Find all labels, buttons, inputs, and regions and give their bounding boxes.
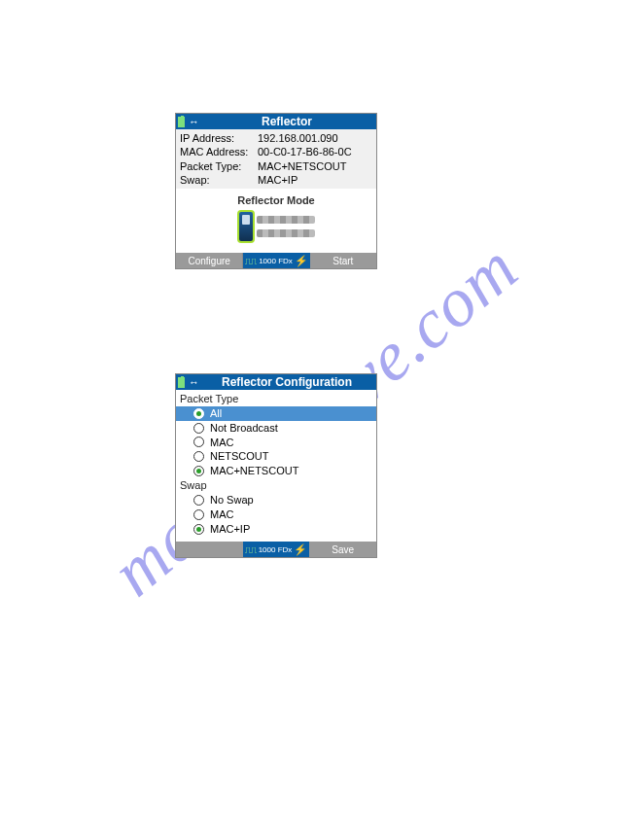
reflector-config-screen: ↔ Reflector Configuration Packet Type Al… xyxy=(175,373,377,558)
radio-icon xyxy=(193,466,204,476)
mode-title: Reflector Mode xyxy=(176,194,376,206)
mac-value: 00-C0-17-B6-86-0C xyxy=(258,145,372,158)
option-mac[interactable]: MAC xyxy=(180,436,372,450)
option-no-swap[interactable]: No Swap xyxy=(180,493,372,508)
swap-group-label: Swap xyxy=(180,478,372,493)
titlebar: ↔ Reflector xyxy=(176,114,376,129)
swap-label: Swap: xyxy=(180,173,258,187)
option-swap-mac[interactable]: MAC xyxy=(180,508,372,522)
option-label: No Swap xyxy=(210,493,254,508)
packet-type-group-label: Packet Type xyxy=(180,392,372,406)
blank-button-left xyxy=(176,542,243,557)
packet-type-label: Packet Type: xyxy=(180,159,258,173)
config-body: Packet Type All Not Broadcast MAC NETSCO… xyxy=(176,390,376,542)
option-label: NETSCOUT xyxy=(210,449,269,464)
bolt-icon: ⚡ xyxy=(295,255,308,267)
option-label: MAC xyxy=(210,436,233,450)
option-label: MAC+IP xyxy=(210,522,250,537)
device-icon xyxy=(237,210,255,243)
radio-icon xyxy=(193,509,204,520)
link-status: ⎍⎍ 1000 FDx ⚡ xyxy=(243,542,310,557)
usb-icon: ↔ xyxy=(189,117,199,127)
option-mac-netscout[interactable]: MAC+NETSCOUT xyxy=(180,464,372,478)
ip-label: IP Address: xyxy=(180,131,258,145)
info-block: IP Address: 192.168.001.090 MAC Address:… xyxy=(176,129,376,189)
radio-icon xyxy=(193,408,204,419)
save-button[interactable]: Save xyxy=(309,542,376,557)
bottom-toolbar: Configure ⎍⎍ 1000 FDx ⚡ Start xyxy=(176,253,376,268)
signal-icon: ⎍⎍ xyxy=(245,256,257,266)
option-all[interactable]: All xyxy=(176,406,376,421)
mac-label: MAC Address: xyxy=(180,145,258,158)
link-status: ⎍⎍ 1000 FDx ⚡ xyxy=(243,253,309,268)
swap-value: MAC+IP xyxy=(258,173,372,187)
option-not-broadcast[interactable]: Not Broadcast xyxy=(180,421,372,436)
option-label: MAC xyxy=(210,508,233,522)
radio-icon xyxy=(193,495,204,506)
bolt-icon: ⚡ xyxy=(294,543,307,556)
reflector-screen: ↔ Reflector IP Address: 192.168.001.090 … xyxy=(175,113,377,269)
usb-icon: ↔ xyxy=(189,377,199,388)
signal-icon: ⎍⎍ xyxy=(245,544,257,555)
mode-area: Reflector Mode xyxy=(176,189,376,253)
option-swap-mac-ip[interactable]: MAC+IP xyxy=(180,522,372,537)
battery-icon xyxy=(178,377,185,388)
packet-type-value: MAC+NETSCOUT xyxy=(258,159,372,173)
option-label: MAC+NETSCOUT xyxy=(210,464,298,478)
radio-icon xyxy=(193,437,204,447)
data-flow-arrows xyxy=(257,216,315,237)
device-graphic xyxy=(176,210,376,243)
battery-icon xyxy=(178,117,185,127)
configure-button[interactable]: Configure xyxy=(176,253,243,268)
ip-value: 192.168.001.090 xyxy=(258,131,372,145)
titlebar: ↔ Reflector Configuration xyxy=(176,374,376,390)
bottom-toolbar: ⎍⎍ 1000 FDx ⚡ Save xyxy=(176,542,376,557)
option-label: All xyxy=(210,406,222,421)
radio-icon xyxy=(193,423,204,434)
window-title: Reflector Configuration xyxy=(199,375,374,389)
radio-icon xyxy=(193,524,204,535)
link-speed: 1000 FDx xyxy=(259,257,293,265)
start-button[interactable]: Start xyxy=(310,253,376,268)
radio-icon xyxy=(193,451,204,462)
option-label: Not Broadcast xyxy=(210,421,278,436)
option-netscout[interactable]: NETSCOUT xyxy=(180,449,372,464)
window-title: Reflector xyxy=(199,115,374,128)
link-speed: 1000 FDx xyxy=(259,545,293,554)
